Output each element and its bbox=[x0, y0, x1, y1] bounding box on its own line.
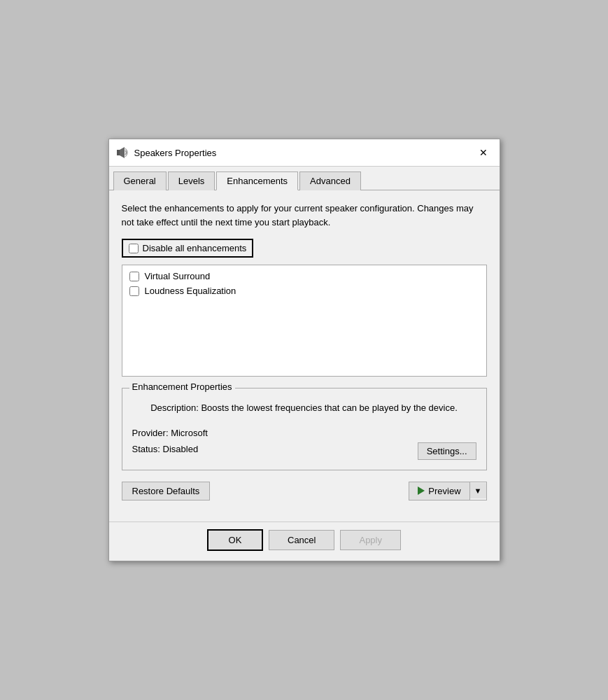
title-bar: Speakers Properties ✕ bbox=[109, 139, 500, 167]
dialog-icon bbox=[116, 146, 129, 159]
play-icon bbox=[418, 486, 425, 495]
apply-button[interactable]: Apply bbox=[340, 530, 401, 550]
dialog-title: Speakers Properties bbox=[134, 148, 474, 158]
enhancement-description: Description: Boosts the lowest frequenci… bbox=[132, 401, 476, 415]
properties-left: Provider: Microsoft Status: Disabled bbox=[132, 428, 418, 460]
ok-button[interactable]: OK bbox=[207, 529, 263, 551]
status-text: Status: Disabled bbox=[132, 444, 418, 454]
disable-all-checkbox[interactable] bbox=[129, 244, 139, 253]
svg-rect-0 bbox=[117, 150, 120, 155]
cancel-button[interactable]: Cancel bbox=[269, 530, 334, 550]
tab-advanced[interactable]: Advanced bbox=[299, 172, 361, 190]
properties-row: Provider: Microsoft Status: Disabled Set… bbox=[132, 428, 476, 460]
preview-dropdown-button[interactable]: ▼ bbox=[470, 483, 486, 498]
tab-bar: General Levels Enhancements Advanced bbox=[109, 167, 500, 190]
virtual-surround-label: Virtual Surround bbox=[145, 271, 211, 281]
disable-all-text: Disable all enhancements bbox=[143, 243, 247, 253]
tab-enhancements[interactable]: Enhancements bbox=[216, 172, 298, 190]
loudness-equalization-checkbox[interactable] bbox=[129, 286, 139, 296]
enhancement-loudness-equalization[interactable]: Loudness Equalization bbox=[129, 286, 479, 296]
svg-marker-1 bbox=[120, 147, 125, 158]
groupbox-legend: Enhancement Properties bbox=[129, 382, 235, 392]
provider-text: Provider: Microsoft bbox=[132, 428, 418, 438]
tab-content: Select the enhancements to apply for you… bbox=[109, 190, 500, 522]
speakers-properties-dialog: Speakers Properties ✕ General Levels Enh… bbox=[108, 139, 500, 561]
preview-button[interactable]: Preview bbox=[409, 482, 469, 500]
disable-all-label[interactable]: Disable all enhancements bbox=[122, 239, 254, 258]
preview-group: Preview ▼ bbox=[409, 482, 486, 500]
preview-label: Preview bbox=[428, 486, 460, 496]
tab-levels[interactable]: Levels bbox=[168, 172, 215, 190]
groupbox-content: Description: Boosts the lowest frequenci… bbox=[132, 401, 476, 460]
settings-button[interactable]: Settings... bbox=[418, 442, 476, 460]
loudness-equalization-label: Loudness Equalization bbox=[145, 286, 236, 296]
enhancements-list: Virtual Surround Loudness Equalization bbox=[122, 265, 487, 377]
enhancement-virtual-surround[interactable]: Virtual Surround bbox=[129, 271, 479, 281]
close-button[interactable]: ✕ bbox=[474, 145, 493, 160]
tab-general[interactable]: General bbox=[113, 172, 167, 190]
restore-defaults-button[interactable]: Restore Defaults bbox=[122, 482, 211, 500]
enhancement-properties-groupbox: Enhancement Properties Description: Boos… bbox=[122, 388, 487, 470]
description-text: Select the enhancements to apply for you… bbox=[122, 202, 487, 229]
virtual-surround-checkbox[interactable] bbox=[129, 272, 139, 281]
dialog-footer: OK Cancel Apply bbox=[109, 522, 500, 561]
bottom-buttons-row: Restore Defaults Preview ▼ bbox=[122, 482, 487, 500]
